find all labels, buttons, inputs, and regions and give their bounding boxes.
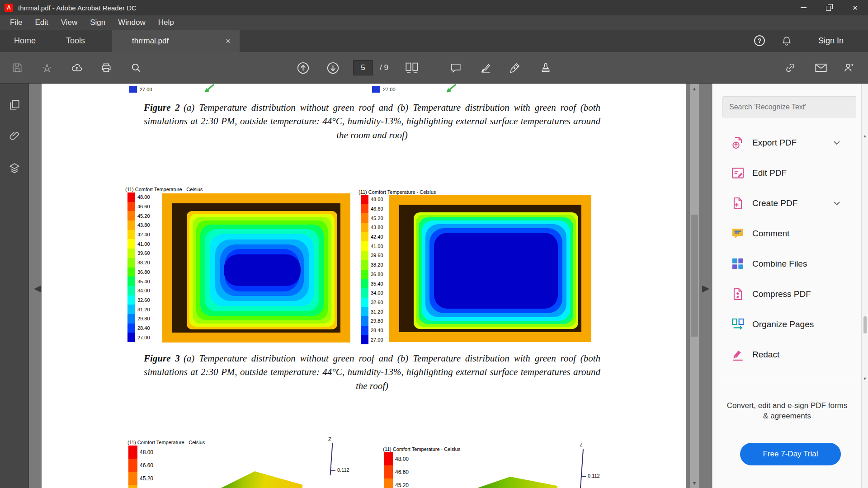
comment-button[interactable] (446, 58, 465, 77)
colorbar-row: 48.00 (127, 192, 150, 202)
sign-in-button[interactable]: Sign In (814, 30, 848, 52)
fill-sign-button[interactable] (505, 58, 524, 77)
colorbar-row: 41.00 (127, 239, 150, 249)
colorbar-value: 45.20 (371, 216, 383, 221)
panel-scroll-up-arrow[interactable]: ▲ (862, 132, 868, 140)
restore-icon (826, 4, 833, 11)
layers-button[interactable] (7, 160, 22, 176)
bell-icon (781, 35, 792, 47)
colorbar-value: 31.20 (371, 309, 383, 314)
menu-item[interactable]: View (55, 15, 84, 30)
print-button[interactable] (97, 58, 116, 77)
tool-combine-files[interactable]: Combine Files (712, 249, 861, 279)
previous-page-arrow[interactable]: ◀ (32, 282, 43, 295)
tab-tools[interactable]: Tools (50, 30, 101, 52)
menu-item[interactable]: Window (112, 15, 151, 30)
scrollbar-thumb[interactable] (691, 215, 698, 337)
figure3-caption: Figure 3(a) Temperature distribution wit… (144, 352, 600, 393)
tool-organize-pages[interactable]: Organize Pages (712, 309, 861, 339)
add-account-button[interactable] (840, 58, 859, 77)
scroll-up-arrow[interactable]: ▲ (690, 84, 699, 94)
roof-3d-fragment (220, 471, 302, 488)
contour-band (205, 229, 319, 311)
heatmap-field (187, 211, 337, 329)
page-number-input[interactable] (353, 60, 373, 75)
panel-scrollbar[interactable]: ▲ ▼ (861, 84, 868, 488)
send-email-button[interactable] (811, 58, 830, 77)
colorbar-title-a: (11) Comfort Temperature - Celsius (125, 187, 203, 192)
favorites-button[interactable]: ☆ (38, 58, 57, 77)
find-button[interactable] (127, 58, 146, 77)
combine-files-icon (731, 257, 745, 271)
colorbar-value: 43.80 (371, 225, 383, 230)
tool-create-pdf[interactable]: Create PDF (712, 188, 861, 218)
next-page-arrow[interactable]: ▶ (700, 282, 712, 295)
menu-item[interactable]: Sign (84, 15, 112, 30)
free-trial-button[interactable]: Free 7-Day Trial (740, 443, 841, 465)
compress-pdf-icon (731, 287, 745, 301)
contour-band (225, 249, 299, 291)
notifications-button[interactable] (780, 35, 793, 47)
colorbar-swatch (361, 335, 368, 344)
colorbar-row: 42.40 (127, 230, 150, 239)
previous-page-button[interactable] (293, 58, 312, 77)
tool-comment[interactable]: Comment (712, 218, 861, 249)
colorbar-title-c: (11) Comfort Temperature - Celsius (127, 440, 205, 445)
colorbar-row: 46.60 (361, 204, 383, 214)
contour-band (215, 239, 309, 301)
colorbar-swatch (127, 249, 135, 258)
attachments-button[interactable] (7, 128, 22, 144)
tool-label: Create PDF (752, 198, 797, 208)
tab-close-icon[interactable]: × (226, 37, 231, 45)
help-button[interactable]: ? (754, 35, 765, 46)
figure2-text: (a) Temperature distribution without gre… (144, 102, 600, 141)
save-button[interactable] (8, 58, 27, 77)
colorbar-swatch (127, 192, 135, 202)
colorbar-swatch (127, 230, 135, 239)
stamp-button[interactable] (536, 58, 555, 77)
colorbar-swatch (361, 223, 368, 232)
next-page-button[interactable] (323, 58, 342, 77)
highlight-button[interactable] (476, 58, 495, 77)
colorbar-row: 46.60 (128, 459, 153, 472)
colorbar-value: 46.60 (371, 206, 383, 211)
tab-document[interactable]: thrrmal.pdf × (112, 30, 240, 52)
panel-scrollbar-thumb[interactable] (863, 316, 867, 333)
minimize-button[interactable] (791, 0, 816, 15)
share-link-button[interactable] (781, 58, 800, 77)
menu-item[interactable]: Help (152, 15, 180, 30)
tools-panel: Export PDF Edit PDF Create PDF Comment (712, 84, 861, 488)
legend-chip: 27.00 (129, 86, 152, 93)
close-button[interactable]: × (842, 0, 868, 15)
tool-redact[interactable]: Redact (712, 339, 861, 370)
colorbar-row: 38.20 (361, 260, 383, 270)
document-scrollbar[interactable]: ▲ ▼ (690, 84, 699, 488)
menu-item[interactable]: File (4, 15, 28, 30)
colorbar-row: 45.20 (127, 211, 150, 221)
legend-value: 27.00 (140, 87, 152, 92)
colorbar-row: 45.20 (361, 213, 383, 223)
print-icon (100, 62, 112, 74)
search-icon (130, 62, 142, 74)
tools-search-input[interactable] (722, 96, 856, 117)
colorbar-swatch (361, 279, 368, 288)
panel-scroll-down-arrow[interactable]: ▼ (862, 375, 868, 382)
z-axis-tick (331, 470, 335, 471)
tool-compress-pdf[interactable]: Compress PDF (712, 279, 861, 309)
tab-home[interactable]: Home (0, 30, 50, 52)
scroll-down-arrow[interactable]: ▼ (690, 478, 699, 488)
colorbar-row: 48.00 (384, 452, 409, 465)
page-display-button[interactable] (402, 58, 421, 77)
z-axis-value: 0.112 (337, 467, 349, 473)
redact-icon (731, 347, 745, 362)
tab-bar: Home Tools thrrmal.pdf × ? Sign In (0, 30, 868, 52)
menu-item[interactable]: Edit (28, 15, 54, 30)
maximize-button[interactable] (816, 0, 842, 15)
tool-label: Export PDF (752, 138, 797, 148)
tool-edit-pdf[interactable]: Edit PDF (712, 158, 861, 188)
tool-export-pdf[interactable]: Export PDF (712, 127, 861, 158)
colorbar-swatch (127, 296, 135, 305)
page-thumbnails-button[interactable] (7, 97, 22, 113)
colorbar-swatch (361, 241, 368, 251)
share-cloud-button[interactable] (67, 58, 86, 77)
